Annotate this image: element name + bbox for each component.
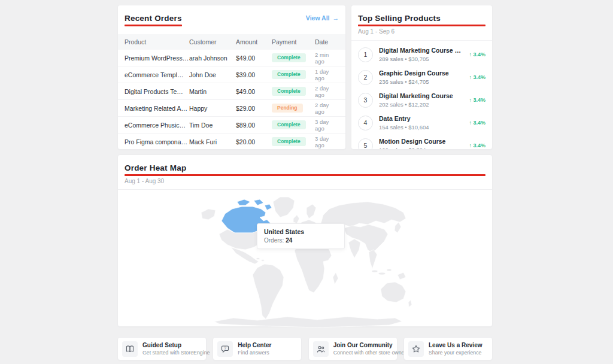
- order-product: Pro Figma compona…: [125, 138, 189, 145]
- order-customer: Happy: [189, 105, 236, 112]
- payment-badge: Complete: [272, 87, 306, 96]
- payment-badge: Complete: [272, 70, 306, 79]
- guided-setup-card[interactable]: Guided Setup Get started with StoreEngin…: [117, 337, 207, 360]
- top-selling-title: Top Selling Products: [358, 14, 441, 23]
- order-customer: John Doe: [189, 71, 236, 78]
- map-tooltip: United States Orders: 24: [257, 223, 345, 249]
- heat-map-date-range: Aug 1 - Aug 30: [125, 178, 485, 184]
- people-icon: [317, 345, 325, 353]
- footer-card-title: Join Our Community: [333, 342, 393, 348]
- product-name: Graphic Design Course: [379, 69, 465, 77]
- leave-review-card[interactable]: Leave Us a Review Share your experience: [403, 337, 493, 360]
- product-name: Digital Marketing Course: [379, 92, 465, 99]
- table-row[interactable]: Digital Products Te… Martin $49.00 Compl…: [118, 83, 345, 100]
- rank-badge: 5: [358, 138, 373, 150]
- order-customer: Tim Doe: [189, 122, 236, 129]
- tooltip-orders-label: Orders:: [264, 237, 284, 244]
- list-item[interactable]: 3 Digital Marketing Course 202 sales • $…: [358, 89, 485, 111]
- order-date: 2 min ago: [315, 51, 339, 65]
- top-row: Recent Orders View All → Product Custome…: [117, 5, 493, 150]
- trend-up-value: ↑ 3.4%: [469, 51, 485, 57]
- orders-table-header: Product Customer Amount Payment Date: [118, 34, 345, 50]
- order-product: eCommerce Phusic…: [125, 122, 189, 129]
- col-payment: Payment: [272, 38, 315, 46]
- star-icon: [412, 345, 420, 353]
- table-row[interactable]: Premium WordPress… arah Johnson $49.00 C…: [118, 50, 345, 66]
- order-amount: $49.00: [236, 54, 272, 62]
- payment-badge: Complete: [272, 53, 306, 62]
- payment-badge: Complete: [272, 137, 306, 146]
- product-name: Data Entry: [379, 115, 465, 122]
- tooltip-country: United States: [264, 228, 338, 235]
- product-meta: 202 sales • $12,202: [379, 101, 465, 108]
- footer-card-title: Leave Us a Review: [429, 342, 482, 348]
- recent-orders-title: Recent Orders: [125, 14, 182, 23]
- rank-badge: 3: [358, 93, 373, 108]
- recent-orders-card: Recent Orders View All → Product Custome…: [117, 5, 346, 150]
- book-icon: [126, 345, 134, 353]
- top-selling-card: Top Selling Products Aug 1 - Sep 6 1 Dig…: [351, 5, 493, 150]
- order-customer: Mack Furi: [189, 138, 236, 145]
- rank-badge: 4: [358, 116, 373, 131]
- heat-map-title: Order Heat Map: [125, 163, 186, 172]
- col-date: Date: [315, 38, 339, 46]
- table-row[interactable]: Marketing Related A… Happy $29.00 Pendin…: [118, 100, 345, 117]
- rank-badge: 2: [358, 70, 373, 85]
- footer-card-subtitle: Get started with StoreEngine: [142, 350, 202, 356]
- trend-up-value: ↑ 3.4%: [469, 120, 485, 126]
- order-customer: Martin: [189, 88, 236, 95]
- product-meta: 154 sales • $10,604: [379, 124, 465, 131]
- order-product: Premium WordPress…: [125, 54, 189, 62]
- trend-up-value: ↑ 3.4%: [469, 74, 485, 80]
- order-amount: $49.00: [236, 88, 272, 95]
- table-row[interactable]: eCommerce Phusic… Tim Doe $89.00 Complet…: [118, 117, 345, 134]
- order-product: Digital Products Te…: [125, 88, 189, 95]
- order-product: Marketing Related A…: [125, 105, 189, 112]
- product-meta: 236 sales • $24,705: [379, 78, 465, 85]
- help-center-card[interactable]: ? Help Center Find answers: [213, 337, 302, 360]
- top-selling-list: 1 Digital Marketing Course Digital Mar… …: [351, 41, 492, 150]
- product-meta: 289 sales • $30,705: [379, 56, 465, 62]
- footer-card-title: Help Center: [238, 342, 271, 348]
- svg-text:?: ?: [224, 345, 227, 350]
- col-product: Product: [125, 38, 189, 46]
- view-all-link[interactable]: View All →: [306, 14, 339, 22]
- col-amount: Amount: [236, 38, 272, 46]
- col-customer: Customer: [189, 38, 236, 46]
- order-amount: $39.00: [236, 71, 272, 78]
- footer-links-row: Guided Setup Get started with StoreEngin…: [117, 337, 493, 360]
- footer-card-title: Guided Setup: [142, 342, 202, 348]
- table-row[interactable]: Pro Figma compona… Mack Furi $20.00 Comp…: [118, 134, 345, 150]
- order-date: 3 day ago: [315, 135, 339, 148]
- top-selling-date-range: Aug 1 - Sep 6: [358, 28, 485, 35]
- list-item[interactable]: 2 Graphic Design Course 236 sales • $24,…: [358, 66, 485, 89]
- order-amount: $20.00: [236, 138, 272, 145]
- footer-card-subtitle: Share your experience: [429, 350, 482, 356]
- product-name: Motion Design Course: [379, 138, 465, 145]
- order-amount: $29.00: [236, 105, 272, 112]
- view-all-label: View All: [306, 14, 330, 22]
- order-customer: arah Johnson: [189, 54, 236, 62]
- dashboard-content: Recent Orders View All → Product Custome…: [117, 5, 493, 360]
- order-date: 2 day ago: [315, 85, 339, 98]
- order-date: 3 day ago: [315, 119, 339, 132]
- join-community-card[interactable]: Join Our Community Connect with other st…: [308, 337, 397, 360]
- list-item[interactable]: 5 Motion Design Course 102 sales • $6,30…: [358, 134, 485, 150]
- trend-up-value: ↑ 3.4%: [469, 97, 485, 103]
- arrow-right-icon: →: [333, 14, 339, 22]
- footer-card-subtitle: Find answers: [238, 350, 271, 356]
- order-amount: $89.00: [236, 122, 272, 129]
- tooltip-orders-value: 24: [286, 237, 292, 244]
- recent-orders-table: Product Customer Amount Payment Date Pre…: [118, 34, 345, 150]
- payment-badge: Complete: [272, 120, 306, 129]
- recent-orders-header: Recent Orders View All →: [118, 5, 345, 26]
- table-row[interactable]: eCommerce Templ… John Doe $39.00 Complet…: [118, 66, 345, 83]
- footer-card-subtitle: Connect with other store owners: [333, 350, 393, 356]
- trend-up-value: ↑ 3.4%: [469, 142, 485, 148]
- rank-badge: 1: [358, 47, 373, 62]
- top-selling-header: Top Selling Products Aug 1 - Sep 6: [351, 5, 492, 41]
- list-item[interactable]: 1 Digital Marketing Course Digital Mar… …: [358, 43, 485, 66]
- list-item[interactable]: 4 Data Entry 154 sales • $10,604 ↑ 3.4%: [358, 111, 485, 134]
- world-map-svg: [198, 192, 413, 330]
- world-map[interactable]: United States Orders: 24: [118, 190, 492, 329]
